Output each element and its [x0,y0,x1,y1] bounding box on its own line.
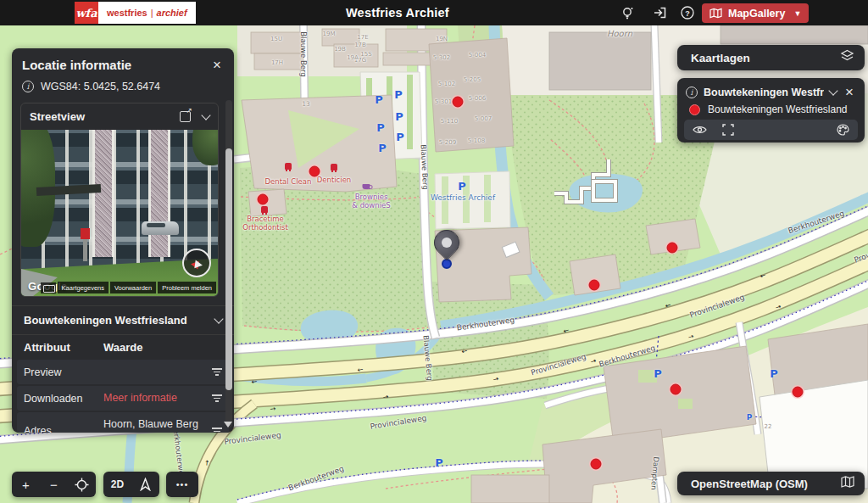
oneway-arrow: ← [461,347,469,355]
attribution-link[interactable]: Kaartgegevens [58,282,108,293]
dentist-icon [331,164,337,170]
map-gallery-button[interactable]: MapGallery ▼ [702,3,809,23]
map-label: Blauwe Berg [419,144,430,190]
chevron-down-icon[interactable] [828,86,837,95]
zoom-to-extent-icon[interactable] [722,124,734,136]
open-external-icon[interactable] [180,111,191,122]
map-label: 19N [436,36,448,42]
attribute-name: Preview [24,366,103,378]
attribution-link[interactable]: Voorwaarden [110,282,156,293]
location-info-panel: Locatie informatie × i WGS84: 5.0425, 52… [12,48,234,433]
map-label: Brownies & downieS [352,193,390,210]
basemap-label: OpenStreetMap (OSM) [691,478,808,490]
compass-icon[interactable] [182,249,211,277]
location-pin [429,225,465,260]
keyboard-icon[interactable] [41,282,56,293]
column-header-waarde: Waarde [103,341,142,354]
poi-marker[interactable] [793,387,804,398]
parking-icon: P [747,413,753,422]
chevron-down-icon: ▼ [793,9,801,18]
oneway-arrow: → [774,303,782,312]
layer-title: Bouwtekeningen Westfri... [704,87,824,98]
map-label: 5-108 [468,137,485,144]
poi-marker[interactable] [667,243,678,254]
map-label: 5-004 [469,52,486,59]
visibility-eye-icon[interactable] [693,125,707,135]
close-icon[interactable]: × [210,58,224,72]
poi-marker[interactable] [589,280,600,291]
page-title: Westfries Archief [346,6,449,20]
attribute-row: AdresHoorn, Blauwe Berg 5C [17,412,229,433]
map-label: Blauwe Berg [298,31,307,76]
help-icon[interactable]: ? [678,3,697,22]
streetview-image[interactable]: Google KaartgegevensVoorwaardenProbleem … [21,130,218,296]
map-label: Provincialeweg [530,352,587,377]
oneway-arrow: ← [251,377,258,386]
oneway-arrow: ← [562,327,570,336]
map-label: 13 [302,101,310,109]
oneway-arrow: ← [357,366,364,374]
wfa-logo-wordmark: westfries | archief [98,2,196,24]
map-label: Provincialeweg [688,293,745,320]
scrollbar-down-arrow[interactable] [224,422,232,428]
svg-text:?: ? [685,9,690,18]
map-label: Provincialeweg [370,414,427,432]
chevron-down-icon[interactable] [201,110,210,120]
dentist-icon [285,163,292,170]
map-label: Provincialeweg [224,431,281,446]
more-tools-button[interactable]: ••• [166,472,198,497]
layer-toolbar [684,120,858,140]
map-icon [709,8,722,19]
layers-header-bar[interactable]: Kaartlagen [677,45,865,70]
poi-marker[interactable] [453,97,464,108]
info-icon: i [22,81,34,92]
map-label: 17E [357,34,368,41]
logo-sub: archief [157,8,187,18]
parking-icon: P [375,93,383,106]
layer-card: i Bouwtekeningen Westfri... × Bouwtekeni… [677,78,865,143]
scrollbar-thumb[interactable] [225,148,232,390]
zoom-in-button[interactable]: + [12,472,40,497]
symbology-palette-icon[interactable] [837,124,849,136]
close-icon[interactable]: × [843,85,856,99]
compass-north-button[interactable] [131,472,159,497]
zoom-out-button[interactable]: − [40,472,68,497]
building-column [92,130,114,257]
wfa-logo[interactable]: wfa westfries | archief [75,2,196,24]
map-label: 17G [354,57,366,64]
locate-button[interactable] [68,472,96,497]
parking-icon: P [395,110,403,123]
poi-marker[interactable] [258,194,269,205]
attribute-name: Downloaden [24,393,103,405]
poi-marker[interactable] [309,166,320,177]
info-icon[interactable]: i [686,87,698,98]
map-label: 5-102 [438,81,455,87]
row-actions-icon[interactable] [211,428,222,433]
map-label: 17B [354,42,366,48]
attribute-section-header[interactable]: Bouwtekeningen Westfriesland [12,305,234,335]
idea-bulb-icon[interactable] [619,3,637,22]
more-info-link[interactable]: Meer informatie [103,391,211,405]
basemap-attribution-bar[interactable]: OpenStreetMap (OSM) [677,472,865,495]
map-label: Dampten [648,456,659,490]
row-actions-icon[interactable] [211,394,222,402]
map-label: Dental Clean [265,178,312,187]
poi-marker[interactable] [591,459,602,470]
map-label: Blauwe Berg [421,335,433,381]
parked-car [142,221,179,235]
map-label: 5-302 [433,54,450,61]
parking-icon: P [654,367,662,380]
oneway-arrow: → [687,333,694,342]
map-label: 19A [347,54,359,61]
row-actions-icon[interactable] [211,368,222,376]
poi-marker[interactable] [670,384,682,395]
attribute-section-title: Bouwtekeningen Westfriesland [24,314,187,327]
sign-in-icon[interactable] [651,3,670,22]
attribution-link[interactable]: Probleem melden [158,282,216,293]
map-label: Provincialeweg [853,238,868,265]
map-label: Berkhouterweg [456,316,515,333]
map-label: 5-209 [439,139,456,146]
2d-mode-button[interactable]: 2D [103,472,131,497]
map-label: 5-007 [475,115,492,122]
app-window: Blauwe BergBlauwe BergBlauwe BergBerkhou… [0,0,868,503]
